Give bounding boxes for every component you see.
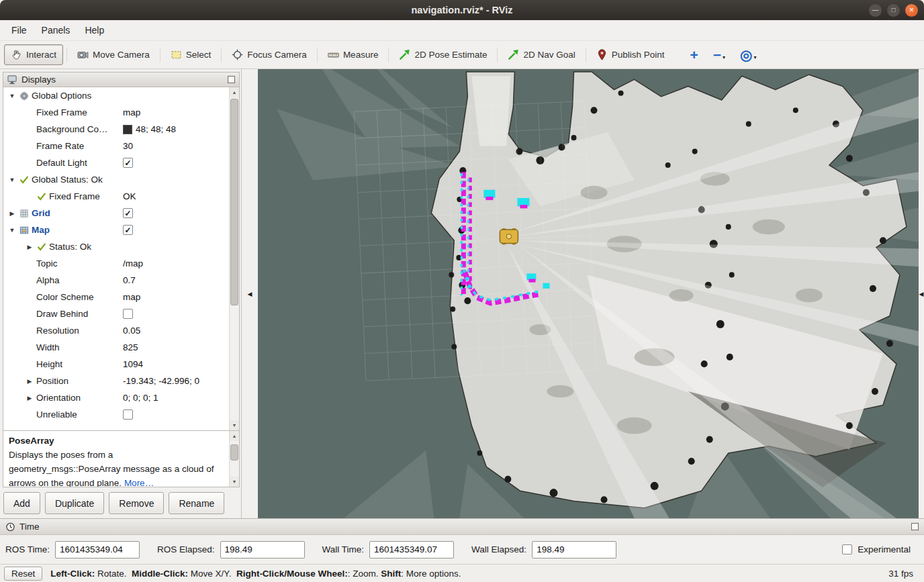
scrollbar-thumb[interactable] [230, 99, 238, 305]
expander-closed-icon[interactable]: ▶ [25, 378, 34, 385]
tree-row-resolution[interactable]: Resolution0.05 [3, 322, 229, 339]
tool-button-2d-nav-goal[interactable]: 2D Nav Goal [501, 44, 582, 65]
display-description-box: PoseArray Displays the poses from a geom… [3, 431, 240, 487]
collapse-panel-icon[interactable]: ◀ [248, 291, 252, 297]
property-label: Alpha [36, 275, 60, 285]
tool-button-move-camera[interactable]: Move Camera [71, 44, 156, 65]
panel-float-button[interactable] [911, 523, 919, 530]
property-label: Frame Rate [36, 141, 84, 151]
duplicate-button[interactable]: Duplicate [45, 492, 104, 514]
menu-item-panels[interactable]: Panels [34, 20, 78, 40]
experimental-checkbox[interactable] [842, 544, 852, 554]
checkbox-default-light[interactable]: ✓ [123, 158, 133, 168]
minimize-icon: — [872, 7, 879, 13]
tool-properties-button[interactable]: ◎▾ [740, 49, 756, 60]
panel-float-button[interactable] [228, 76, 235, 83]
time-field-ros-elapsed: ROS Elapsed:198.49 [157, 541, 305, 559]
wall-elapsed-value[interactable]: 198.49 [532, 541, 616, 559]
scroll-up-icon[interactable]: ▲ [230, 87, 239, 97]
scroll-down-icon[interactable]: ▼ [230, 420, 239, 430]
property-label: Resolution [36, 326, 79, 336]
tree-row-draw-behind[interactable]: Draw Behind [3, 305, 229, 322]
tree-row-unreliable[interactable]: Unreliable [3, 406, 229, 423]
expander-open-icon[interactable]: ▼ [7, 93, 17, 99]
scroll-down-icon[interactable]: ▼ [230, 477, 239, 487]
toolbar-separator [221, 48, 222, 62]
panel-splitter[interactable]: ◀ [242, 69, 258, 518]
tool-button-measure[interactable]: Measure [321, 44, 385, 65]
tree-row-grid[interactable]: ▶Grid✓ [3, 205, 229, 222]
menu-item-file[interactable]: File [4, 20, 34, 40]
tree-row-global-status-ok[interactable]: ▼Global Status: Ok [3, 171, 229, 188]
expander-closed-icon[interactable]: ▶ [7, 210, 17, 217]
minimize-button[interactable]: — [869, 4, 882, 17]
scrollbar-thumb[interactable] [230, 444, 238, 460]
time-panel-header[interactable]: Time [0, 519, 924, 535]
time-field-wall-elapsed: Wall Elapsed:198.49 [471, 541, 616, 559]
help-scrollbar[interactable]: ▲ ▼ [229, 431, 239, 487]
titlebar[interactable]: navigation.rviz* - RViz — □ × [0, 0, 924, 20]
property-value: 1094 [123, 359, 229, 369]
scroll-up-icon[interactable]: ▲ [230, 431, 239, 441]
close-button[interactable]: × [905, 4, 918, 17]
expander-open-icon[interactable]: ▼ [7, 227, 17, 234]
tree-row-frame-rate[interactable]: Frame Rate30 [3, 138, 229, 154]
tree-row-default-light[interactable]: Default Light✓ [3, 154, 229, 171]
remove-button[interactable]: Remove [109, 492, 164, 514]
maximize-button[interactable]: □ [887, 4, 900, 17]
grid-icon [19, 208, 30, 219]
ros-elapsed-value[interactable]: 198.49 [220, 541, 305, 559]
tree-row-orientation[interactable]: ▶Orientation0; 0; 0; 1 [3, 389, 229, 406]
checkbox-unreliable[interactable] [123, 409, 133, 420]
close-icon: × [909, 6, 914, 14]
tree-scrollbar[interactable]: ▲ ▼ [229, 87, 239, 430]
3d-viewport[interactable] [258, 69, 919, 518]
expander-open-icon[interactable]: ▼ [7, 177, 17, 183]
tool-button-interact[interactable]: Interact [4, 44, 63, 65]
menubar: FilePanelsHelp [0, 20, 924, 41]
scrollbar-track[interactable] [230, 441, 239, 477]
tree-row-width[interactable]: Width825 [3, 339, 229, 356]
tree-row-map[interactable]: ▼Map✓ [3, 222, 229, 238]
rename-button[interactable]: Rename [169, 492, 224, 514]
property-label: Grid [32, 208, 50, 218]
checkbox-map[interactable]: ✓ [123, 225, 133, 235]
tool-button-focus-camera[interactable]: Focus Camera [225, 44, 314, 65]
tree-row-position[interactable]: ▶Position-19.343; -42.996; 0 [3, 373, 229, 389]
tool-button-select[interactable]: Select [164, 44, 218, 65]
tree-row-global-options[interactable]: ▼Global Options [3, 87, 229, 104]
add-button[interactable]: Add [3, 492, 40, 514]
wall-time-value[interactable]: 1601435349.07 [369, 541, 454, 559]
reset-button[interactable]: Reset [4, 567, 42, 581]
tree-row-background-co[interactable]: Background Co…48; 48; 48 [3, 121, 229, 138]
add-tool-button[interactable]: + [690, 49, 698, 60]
tree-row-fixed-frame[interactable]: Fixed FrameOK [3, 188, 229, 205]
expander-closed-icon[interactable]: ▶ [25, 244, 34, 250]
scrollbar-track[interactable] [230, 97, 239, 420]
checkbox-draw-behind[interactable] [123, 309, 133, 319]
tree-row-alpha[interactable]: Alpha0.7 [3, 272, 229, 289]
checkbox-grid[interactable]: ✓ [123, 208, 133, 218]
tool-button-publish-point[interactable]: Publish Point [590, 44, 672, 65]
tree-row-color-scheme[interactable]: Color Schememap [3, 289, 229, 305]
expander-closed-icon[interactable]: ▶ [25, 395, 34, 401]
expand-right-panel-icon[interactable]: ◀ [919, 291, 924, 297]
main-area: Displays ▼Global OptionsFixed FramemapBa… [0, 69, 924, 518]
more-link[interactable]: More… [124, 478, 154, 487]
property-label: Fixed Frame [36, 107, 87, 117]
ros-time-value[interactable]: 1601435349.04 [55, 541, 140, 559]
fps-counter: 31 fps [888, 569, 920, 579]
tool-properties-icon: ◎ [740, 49, 752, 60]
property-name: Color Scheme [3, 292, 123, 302]
menu-item-help[interactable]: Help [77, 20, 111, 40]
ros-elapsed-label: ROS Elapsed: [157, 544, 215, 554]
tree-row-topic[interactable]: Topic/map [3, 255, 229, 272]
remove-tool-button[interactable]: −▾ [713, 49, 725, 60]
tool-button-2d-pose-estimate[interactable]: 2D Pose Estimate [392, 44, 494, 65]
property-value: ✓ [123, 158, 229, 168]
tree-row-status-ok[interactable]: ▶Status: Ok [3, 238, 229, 255]
tree-row-height[interactable]: Height1094 [3, 356, 229, 373]
right-panel-splitter[interactable]: ◀ [919, 69, 924, 518]
tree-row-fixed-frame[interactable]: Fixed Framemap [3, 104, 229, 121]
displays-panel-header[interactable]: Displays [3, 72, 240, 87]
